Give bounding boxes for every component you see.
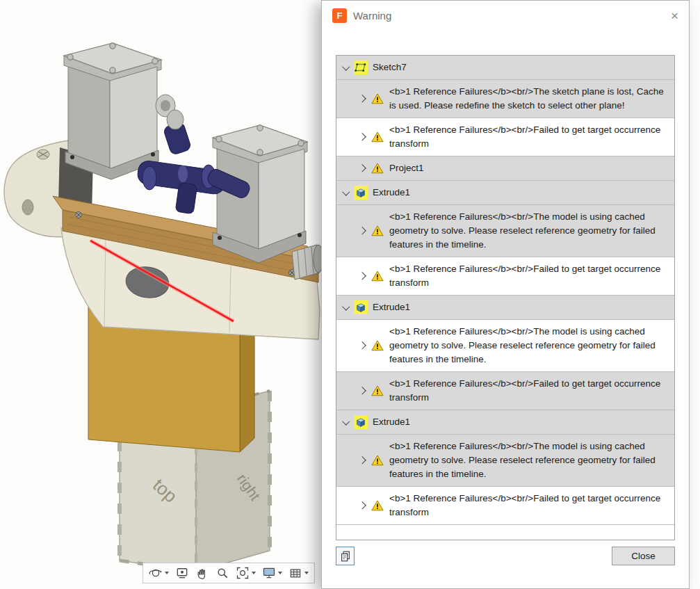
- warning-group-row[interactable]: Extrude1: [336, 296, 674, 320]
- grid-settings-tool-button[interactable]: [286, 564, 311, 582]
- chevron-right-icon[interactable]: [357, 166, 368, 171]
- warning-message-text: <b>1 Reference Failures</b><br/>Failed t…: [389, 492, 670, 519]
- chevron-down-icon[interactable]: [341, 306, 352, 309]
- chevron-down-icon[interactable]: [341, 421, 352, 424]
- model-3d-canvas[interactable]: top right: [0, 0, 321, 589]
- row-label: Project1: [389, 161, 670, 175]
- chevron-right-icon[interactable]: [357, 503, 368, 508]
- nav-toolbar: [143, 563, 315, 583]
- warning-item-row[interactable]: <b>1 Reference Failures</b><br/>The mode…: [336, 320, 674, 372]
- extrude-icon: [354, 300, 368, 314]
- fit-icon: [236, 566, 250, 580]
- warning-group-row[interactable]: Extrude1: [336, 181, 674, 205]
- warning-icon: [371, 453, 384, 467]
- chevron-down-icon[interactable]: [341, 66, 352, 70]
- warning-item-row[interactable]: <b>1 Reference Failures</b><br/>The sket…: [336, 80, 674, 118]
- display-settings-icon: [262, 566, 276, 580]
- chevron-right-icon[interactable]: [357, 343, 368, 348]
- close-icon[interactable]: ×: [671, 9, 678, 22]
- warning-item-row[interactable]: <b>1 Reference Failures</b><br/>The mode…: [336, 205, 674, 257]
- zoom-icon: [215, 566, 229, 580]
- warning-message-text: <b>1 Reference Failures</b><br/>The mode…: [389, 325, 670, 366]
- warning-message-text: <b>1 Reference Failures</b><br/>The mode…: [389, 210, 670, 252]
- warning-message-text: <b>1 Reference Failures</b><br/>Failed t…: [389, 123, 670, 151]
- chevron-right-icon[interactable]: [357, 96, 368, 102]
- look-at-tool-button[interactable]: [172, 564, 192, 582]
- row-label: Sketch7: [373, 60, 670, 74]
- chevron-right-icon[interactable]: [357, 458, 368, 463]
- warning-group-row[interactable]: Sketch7: [336, 56, 674, 80]
- row-label: Extrude1: [373, 300, 670, 314]
- sketch-icon: [354, 60, 368, 74]
- warning-group-row[interactable]: Extrude1: [336, 410, 674, 435]
- grid-settings-icon: [288, 566, 302, 580]
- warning-icon: [371, 339, 384, 353]
- dropdown-caret-icon[interactable]: [278, 572, 282, 574]
- warning-item-row[interactable]: <b>1 Reference Failures</b><br/>Failed t…: [336, 487, 674, 525]
- warning-icon: [371, 161, 384, 175]
- feature-item-row[interactable]: Project1: [336, 156, 674, 181]
- display-settings-tool-button[interactable]: [259, 564, 285, 582]
- warning-list[interactable]: Sketch7<b>1 Reference Failures</b><br/>T…: [336, 55, 675, 540]
- orbit-icon: [149, 566, 163, 580]
- row-label: Extrude1: [373, 415, 670, 429]
- fusion-logo-icon: F: [332, 8, 347, 23]
- warning-icon: [371, 92, 384, 106]
- pan-tool-button[interactable]: [193, 564, 212, 582]
- chevron-right-icon[interactable]: [357, 134, 368, 140]
- extrude-icon: [354, 186, 368, 200]
- warning-icon: [371, 499, 384, 513]
- left-motor: [64, 43, 175, 179]
- dropdown-caret-icon[interactable]: [304, 572, 309, 574]
- row-label: Extrude1: [373, 186, 670, 200]
- dialog-title: Warning: [353, 10, 391, 22]
- warning-message-text: <b>1 Reference Failures</b><br/>The mode…: [389, 439, 670, 481]
- warning-message-text: <b>1 Reference Failures</b><br/>Failed t…: [389, 377, 670, 405]
- close-button[interactable]: Close: [612, 547, 675, 565]
- chevron-right-icon[interactable]: [357, 228, 368, 234]
- copy-to-clipboard-button[interactable]: [336, 547, 355, 565]
- warning-item-row[interactable]: <b>1 Reference Failures</b><br/>Failed t…: [336, 118, 674, 156]
- pan-icon: [195, 566, 209, 580]
- warning-dialog: F Warning × Sketch7<b>1 Reference Failur…: [321, 0, 690, 589]
- warning-item-row[interactable]: <b>1 Reference Failures</b><br/>The mode…: [336, 435, 674, 487]
- warning-icon: [371, 269, 384, 283]
- chevron-right-icon[interactable]: [357, 388, 368, 394]
- dropdown-caret-icon[interactable]: [165, 572, 169, 574]
- chevron-down-icon[interactable]: [341, 191, 352, 195]
- copy-icon: [339, 550, 352, 563]
- fit-tool-button[interactable]: [233, 564, 259, 582]
- zoom-tool-button[interactable]: [213, 564, 232, 582]
- orbit-tool-button[interactable]: [146, 564, 172, 582]
- dialog-titlebar[interactable]: F Warning ×: [322, 1, 689, 30]
- chevron-right-icon[interactable]: [357, 273, 368, 279]
- look-at-icon: [175, 566, 189, 580]
- warning-icon: [371, 130, 384, 144]
- warning-icon: [371, 224, 384, 238]
- warning-message-text: <b>1 Reference Failures</b><br/>The sket…: [389, 85, 670, 113]
- extrude-icon: [354, 415, 368, 429]
- warning-item-row[interactable]: <b>1 Reference Failures</b><br/>Failed t…: [336, 372, 674, 410]
- warning-message-text: <b>1 Reference Failures</b><br/>Failed t…: [389, 262, 670, 290]
- warning-item-row[interactable]: <b>1 Reference Failures</b><br/>Failed t…: [336, 257, 674, 296]
- warning-icon: [371, 384, 384, 398]
- dropdown-caret-icon[interactable]: [252, 572, 256, 574]
